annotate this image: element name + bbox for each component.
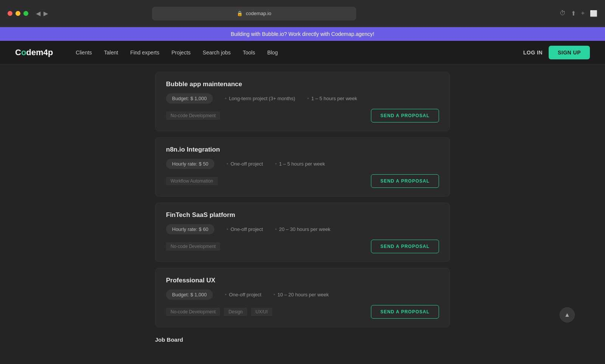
rate-badge-2: Hourly rate: $ 50 [166, 159, 214, 169]
job-title-3: FinTech SaaS platform [166, 211, 439, 219]
promo-banner: Building with Bubble.io? Work directly w… [0, 27, 605, 41]
minimize-button[interactable] [16, 11, 20, 16]
browser-actions: ⏱ ⬆ + ⬜ [560, 10, 597, 17]
back-icon[interactable]: ◀ [36, 10, 40, 17]
job-title-4: Professional UX [166, 277, 439, 284]
job-tag-4-0: No-code Development [166, 308, 220, 316]
proposal-button-4[interactable]: SEND A PROPOSAL [371, 305, 439, 319]
navbar: Codem4p Clients Talent Find experts Proj… [0, 41, 605, 64]
nav-buttons: LOG IN SIGN UP [523, 46, 590, 59]
main-content: Bubble app maintenance Budget: $ 1,000 L… [0, 64, 605, 364]
job-meta-3: Hourly rate: $ 60 One-off project 20 – 3… [166, 224, 439, 234]
login-button[interactable]: LOG IN [523, 50, 543, 56]
rate-badge-4: Budget: $ 1,000 [166, 290, 213, 300]
close-button[interactable] [8, 11, 12, 16]
job-title-1: Bubble app maintenance [166, 81, 439, 88]
job-hours-2: 1 – 5 hours per week [275, 161, 325, 167]
job-meta-2: Hourly rate: $ 50 One-off project 1 – 5 … [166, 159, 439, 169]
job-hours-4: 10 – 20 hours per week [273, 292, 329, 297]
job-tags-2: Workflow Automation [166, 177, 218, 185]
nav-tools[interactable]: Tools [243, 50, 255, 56]
nav-talent[interactable]: Talent [104, 50, 118, 56]
proposal-button-3[interactable]: SEND A PROPOSAL [371, 240, 439, 253]
job-footer-4: No-code Development Design UX/UI SEND A … [166, 305, 439, 319]
job-card-2: n8n.io Integration Hourly rate: $ 50 One… [155, 137, 450, 197]
job-duration-2: One-off project [226, 161, 263, 167]
proposal-button-1[interactable]: SEND A PROPOSAL [371, 109, 439, 122]
job-tags-4: No-code Development Design UX/UI [166, 308, 272, 316]
job-duration-4: One-off project [225, 292, 261, 297]
nav-blog[interactable]: Blog [267, 50, 278, 56]
address-bar[interactable]: 🔒 codemap.io [152, 7, 356, 20]
job-tag-2-0: Workflow Automation [166, 177, 218, 185]
section-heading: Job Board [155, 336, 450, 343]
nav-clients[interactable]: Clients [76, 50, 92, 56]
scroll-top-button[interactable]: ▲ [560, 307, 575, 322]
logo[interactable]: Codem4p [15, 48, 53, 57]
job-duration-3: One-off project [226, 226, 263, 232]
job-meta-1: Budget: $ 1,000 Long-term project (3+ mo… [166, 93, 439, 104]
rate-badge-3: Hourly rate: $ 60 [166, 224, 214, 234]
job-footer-2: Workflow Automation SEND A PROPOSAL [166, 174, 439, 188]
job-title-2: n8n.io Integration [166, 146, 439, 153]
nav-find-experts[interactable]: Find experts [130, 50, 159, 56]
job-tag-3-0: No-code Development [166, 242, 220, 251]
job-duration-1: Long-term project (3+ months) [225, 96, 295, 101]
job-tag-4-2: UX/UI [251, 308, 272, 316]
chevron-up-icon: ▲ [564, 311, 570, 318]
job-footer-1: No-code Development SEND A PROPOSAL [166, 109, 439, 122]
maximize-button[interactable] [23, 11, 28, 16]
job-hours-1: 1 – 5 hours per week [307, 96, 357, 101]
signup-button[interactable]: SIGN UP [549, 46, 590, 59]
job-card-3: FinTech SaaS platform Hourly rate: $ 60 … [155, 203, 450, 262]
proposal-button-2[interactable]: SEND A PROPOSAL [371, 174, 439, 188]
job-tags-3: No-code Development [166, 242, 220, 251]
job-tag-4-1: Design [224, 308, 247, 316]
share-icon[interactable]: ⬆ [571, 10, 576, 17]
tabs-icon[interactable]: ⬜ [590, 10, 597, 17]
browser-chrome: ◀ ▶ 🔒 codemap.io ⏱ ⬆ + ⬜ [0, 0, 605, 27]
nav-links: Clients Talent Find experts Projects Sea… [76, 50, 523, 56]
url-text: codemap.io [246, 11, 271, 16]
job-card-4: Professional UX Budget: $ 1,000 One-off … [155, 268, 450, 327]
new-tab-icon[interactable]: + [581, 10, 585, 17]
content-area: Bubble app maintenance Budget: $ 1,000 L… [140, 64, 465, 355]
job-footer-3: No-code Development SEND A PROPOSAL [166, 240, 439, 253]
job-card-1: Bubble app maintenance Budget: $ 1,000 L… [155, 72, 450, 131]
traffic-lights [8, 11, 28, 16]
rate-badge-1: Budget: $ 1,000 [166, 93, 213, 104]
job-tag-1-0: No-code Development [166, 112, 220, 120]
browser-navigation: ◀ ▶ [36, 10, 48, 17]
promo-text: Building with Bubble.io? Work directly w… [231, 31, 374, 37]
job-meta-4: Budget: $ 1,000 One-off project 10 – 20 … [166, 290, 439, 300]
history-icon[interactable]: ⏱ [560, 10, 566, 17]
job-hours-3: 20 – 30 hours per week [275, 226, 330, 232]
job-tags-1: No-code Development [166, 112, 220, 120]
nav-search-jobs[interactable]: Search jobs [203, 50, 231, 56]
forward-icon[interactable]: ▶ [43, 10, 48, 17]
lock-icon: 🔒 [237, 11, 243, 16]
nav-projects[interactable]: Projects [171, 50, 191, 56]
